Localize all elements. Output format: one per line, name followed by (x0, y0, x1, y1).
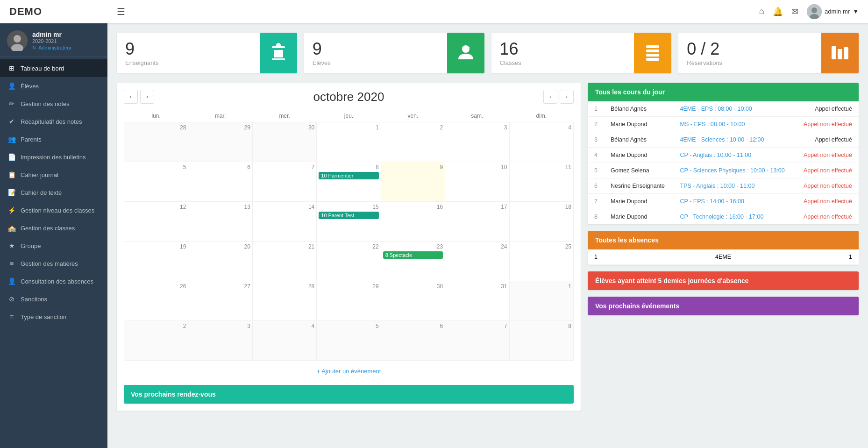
sidebar-item-recapitulatif-notes[interactable]: ✔ Récapitulatif des notes (0, 113, 107, 130)
calendar-day-cell[interactable]: 6 (188, 162, 252, 201)
calendar-day-number: 23 (383, 243, 443, 250)
calendar-day-cell[interactable]: 3 (188, 320, 252, 360)
calendar-day-cell[interactable]: 1 (317, 122, 381, 162)
sidebar-item-groupe[interactable]: ★ Groupe (0, 237, 107, 255)
cours-info[interactable]: 4EME - Sciences : 10:00 - 12:00 (674, 132, 795, 147)
add-event-link[interactable]: + Ajouter un événement (124, 363, 574, 379)
sidebar-item-sanctions[interactable]: ⊘ Sanctions (0, 290, 107, 308)
calendar-day-cell[interactable]: 238 Spectacle (381, 241, 445, 281)
calendar-day-cell[interactable]: 28 (124, 122, 188, 162)
calendar-day-cell[interactable]: 26 (124, 281, 188, 320)
calendar-day-number: 27 (190, 283, 250, 290)
calendar-next-right-button[interactable]: › (560, 90, 574, 104)
calendar-nav-right: ‹ › (543, 90, 574, 104)
cours-info[interactable]: 4EME - EPS : 08:00 - 10:00 (674, 101, 795, 117)
calendar-day-cell[interactable]: 12 (124, 201, 188, 241)
cours-info[interactable]: CP - Sciences Physiques : 10:00 - 13:00 (674, 163, 795, 178)
sidebar-item-gestion-classes[interactable]: 🏫 Gestion des classes (0, 219, 107, 237)
calendar-event[interactable]: 8 Spectacle (383, 251, 443, 259)
sidebar-item-type-sanction[interactable]: ≡ Type de sanction (0, 308, 107, 326)
sidebar-item-gestion-matieres[interactable]: ≡ Gestion des matières (0, 255, 107, 272)
calendar-day-cell[interactable]: 25 (509, 241, 573, 281)
sidebar-item-parents[interactable]: 👥 Parents (0, 130, 107, 148)
calendar-day-cell[interactable]: 29 (188, 122, 252, 162)
calendar-day-cell[interactable]: 13 (188, 201, 252, 241)
user-menu-button[interactable]: admin mr ▼ (807, 4, 859, 19)
calendar-day-cell[interactable]: 1510 Parent Test (317, 201, 381, 241)
calendar-day-cell[interactable]: 18 (509, 201, 573, 241)
calendar-day-number: 11 (512, 164, 571, 171)
cours-row: 8 Marie Dupond CP - Technologie : 16:00 … (588, 209, 859, 224)
cours-info[interactable]: CP - EPS : 14:00 - 16:00 (674, 193, 795, 209)
sidebar-item-consultation-absences[interactable]: 👤 Consultation des absences (0, 272, 107, 290)
sidebar-item-eleves[interactable]: 👤 Élèves (0, 77, 107, 95)
calendar-day-cell[interactable]: 30 (381, 281, 445, 320)
calendar-day-cell[interactable]: 3 (445, 122, 509, 162)
absence-class: 4EME (660, 249, 787, 265)
calendar-day-cell[interactable]: 6 (381, 320, 445, 360)
calendar-prev-button[interactable]: ‹ (124, 90, 138, 104)
sidebar-item-label-gestion-classes: Gestion des classes (21, 225, 75, 232)
menu-toggle-button[interactable]: ☰ (117, 6, 125, 17)
stat-card-label-reservations: Réservations (687, 59, 813, 66)
sidebar: admin mr 2020-2021 ↻ Administrateur ⊞ Ta… (0, 23, 107, 448)
cours-teacher: Marie Dupond (604, 116, 674, 132)
calendar-day-cell[interactable]: 7 (252, 162, 316, 201)
mail-icon[interactable]: ✉ (791, 7, 798, 17)
cours-info[interactable]: CP - Technologie : 16:00 - 17:00 (674, 209, 795, 224)
calendar-day-cell[interactable]: 2 (124, 320, 188, 360)
calendar-day-cell[interactable]: 7 (445, 320, 509, 360)
sidebar-item-cahier-journal[interactable]: 📋 Cahier journal (0, 166, 107, 184)
calendar-day-cell[interactable]: 14 (252, 201, 316, 241)
calendar-day-cell[interactable]: 31 (445, 281, 509, 320)
svg-rect-17 (838, 49, 842, 59)
calendar-day-cell[interactable]: 5 (124, 162, 188, 201)
calendar-day-cell[interactable]: 5 (317, 320, 381, 360)
calendar-prev-right-button[interactable]: ‹ (543, 90, 557, 104)
prochains-rdv-title: Vos prochains rendez-vous (131, 391, 567, 398)
sidebar-item-gestion-niveau-classes[interactable]: ⚡ Gestion niveau des classes (0, 201, 107, 219)
calendar-day-cell[interactable]: 24 (445, 241, 509, 281)
calendar-day-cell[interactable]: 11 (509, 162, 573, 201)
absence-count: 1 (787, 249, 859, 265)
calendar-day-cell[interactable]: 1 (509, 281, 573, 320)
calendar-day-cell[interactable]: 21 (252, 241, 316, 281)
calendar-section: ‹ › octobre 2020 ‹ › lun.mar.mer.jeu.ven… (117, 83, 581, 411)
calendar-day-cell[interactable]: 19 (124, 241, 188, 281)
svg-rect-12 (646, 45, 659, 48)
cours-info[interactable]: TPS - Anglais : 10:00 - 11:00 (674, 178, 795, 193)
calendar-day-cell[interactable]: 16 (381, 201, 445, 241)
calendar-day-cell[interactable]: 8 (509, 320, 573, 360)
sidebar-item-gestion-notes[interactable]: ✏ Gestion des notes (0, 95, 107, 113)
calendar-day-cell[interactable]: 28 (252, 281, 316, 320)
calendar-day-number: 28 (255, 283, 314, 290)
calendar-day-cell[interactable]: 2 (381, 122, 445, 162)
sidebar-item-impression-bulletins[interactable]: 📄 Impression des bulletins (0, 148, 107, 166)
cours-status: Appel non effectué (795, 163, 859, 178)
calendar-day-cell[interactable]: 22 (317, 241, 381, 281)
calendar-day-cell[interactable]: 30 (252, 122, 316, 162)
calendar-event[interactable]: 10 Parmentier (319, 172, 378, 179)
calendar-day-cell[interactable]: 4 (509, 122, 573, 162)
stat-card-label-classes: Classes (500, 59, 626, 66)
calendar-day-cell[interactable]: 9 (381, 162, 445, 201)
calendar-day-cell[interactable]: 20 (188, 241, 252, 281)
calendar-day-cell[interactable]: 4 (252, 320, 316, 360)
cours-info[interactable]: CP - Anglais : 10:00 - 11:00 (674, 147, 795, 163)
calendar-day-number: 25 (512, 243, 571, 250)
calendar-grid: lun.mar.mer.jeu.ven.sam.dim. 28293012345… (124, 110, 574, 361)
sidebar-item-cahier-texte[interactable]: 📝 Cahier de texte (0, 184, 107, 201)
calendar-day-cell[interactable]: 10 (445, 162, 509, 201)
top-navigation: DEMO ☰ ⌂ 🔔 ✉ admin mr ▼ (0, 0, 868, 23)
calendar-day-cell[interactable]: 17 (445, 201, 509, 241)
stat-cards-row: 9 Enseignants 9 Élèves 16 Classes 0 / 2 … (117, 33, 859, 73)
calendar-event[interactable]: 10 Parent Test (319, 212, 378, 219)
calendar-day-cell[interactable]: 29 (317, 281, 381, 320)
sidebar-item-tableau-de-bord[interactable]: ⊞ Tableau de bord (0, 59, 107, 77)
calendar-day-cell[interactable]: 810 Parmentier (317, 162, 381, 201)
calendar-day-cell[interactable]: 27 (188, 281, 252, 320)
calendar-next-button[interactable]: › (140, 90, 154, 104)
home-icon[interactable]: ⌂ (759, 7, 764, 16)
bell-icon[interactable]: 🔔 (773, 7, 783, 17)
cours-info[interactable]: MS - EPS : 08:00 - 10:00 (674, 116, 795, 132)
